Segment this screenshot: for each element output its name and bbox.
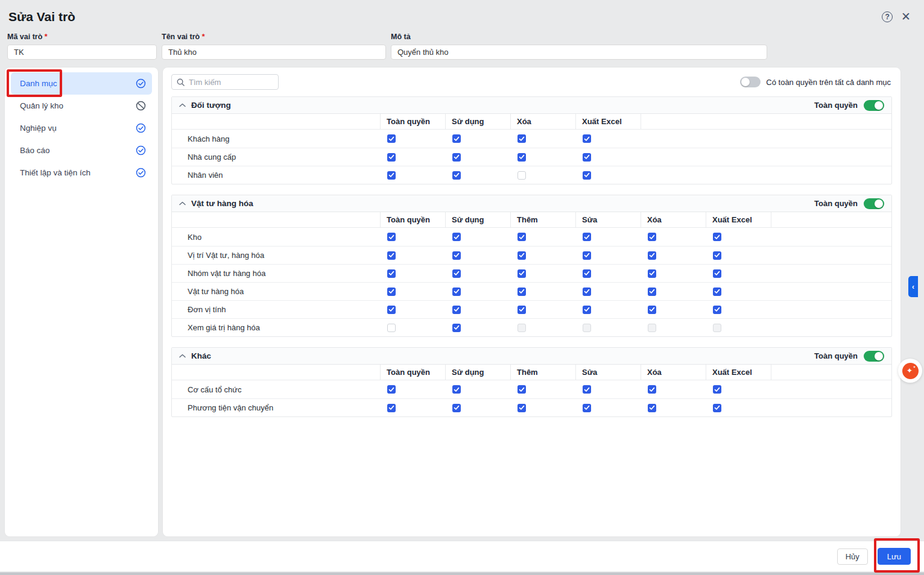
- permission-checkbox[interactable]: [452, 269, 461, 278]
- assistant-button[interactable]: ✦ ✦: [902, 363, 919, 379]
- permission-checkbox[interactable]: [452, 171, 461, 180]
- permission-checkbox[interactable]: [713, 233, 721, 241]
- permission-checkbox[interactable]: [452, 324, 461, 332]
- permission-checkbox[interactable]: [387, 288, 396, 296]
- permission-checkbox[interactable]: [517, 288, 526, 296]
- row-name: Nhà cung cấp: [172, 152, 380, 162]
- permission-checkbox[interactable]: [583, 288, 591, 296]
- permission-checkbox[interactable]: [648, 306, 656, 314]
- master-permission-toggle[interactable]: [740, 77, 761, 87]
- horizontal-scrollbar[interactable]: [0, 572, 924, 575]
- column-header-row: Toàn quyềnSử dụngThêmSửaXóaXuất Excel: [172, 212, 891, 228]
- section-header[interactable]: KhácToàn quyền: [172, 348, 891, 365]
- permission-checkbox[interactable]: [648, 288, 656, 296]
- section-header[interactable]: Đối tượngToàn quyền: [172, 97, 891, 114]
- table-row: Cơ cấu tổ chức: [172, 380, 891, 398]
- column-header-row: Toàn quyềnSử dụngThêmSửaXóaXuất Excel: [172, 365, 891, 380]
- page-title: Sửa Vai trò: [8, 10, 75, 24]
- permission-checkbox[interactable]: [387, 324, 396, 332]
- permission-checkbox[interactable]: [648, 404, 656, 412]
- permission-checkbox[interactable]: [648, 269, 656, 278]
- sidebar-item-thiet-lap-tien-ich[interactable]: Thiết lập và tiện ích: [11, 162, 152, 184]
- permission-checkbox[interactable]: [713, 385, 721, 394]
- permission-checkbox[interactable]: [517, 385, 526, 394]
- permission-checkbox[interactable]: [713, 306, 721, 314]
- table-row: Vật tư hàng hóa: [172, 282, 891, 300]
- permission-checkbox[interactable]: [387, 251, 396, 260]
- permission-checkbox[interactable]: [452, 251, 461, 260]
- permission-checkbox[interactable]: [387, 404, 396, 412]
- table-row: Khách hàng: [172, 130, 891, 148]
- permission-checkbox[interactable]: [583, 251, 591, 260]
- permission-checkbox[interactable]: [452, 404, 461, 412]
- permission-checkbox[interactable]: [648, 251, 656, 260]
- cancel-button[interactable]: Hủy: [837, 548, 868, 565]
- permission-checkbox[interactable]: [583, 171, 591, 180]
- permission-checkbox[interactable]: [583, 404, 591, 412]
- field-input-mo-ta[interactable]: [391, 45, 767, 60]
- permission-checkbox[interactable]: [387, 171, 396, 180]
- permission-checkbox[interactable]: [583, 385, 591, 394]
- permission-checkbox[interactable]: [387, 385, 396, 394]
- search-box[interactable]: [171, 74, 279, 90]
- permission-checkbox[interactable]: [583, 306, 591, 314]
- permission-checkbox[interactable]: [517, 404, 526, 412]
- sidebar-item-quan-ly-kho[interactable]: Quản lý kho: [11, 95, 152, 117]
- permission-checkbox[interactable]: [713, 251, 721, 260]
- permission-checkbox[interactable]: [517, 233, 526, 241]
- collapse-chevron-icon[interactable]: [179, 103, 186, 107]
- field-input-ma-vai-tro[interactable]: [7, 45, 157, 60]
- column-header: Sử dụng: [445, 114, 510, 129]
- permission-checkbox[interactable]: [648, 385, 656, 394]
- permission-checkbox[interactable]: [452, 385, 461, 394]
- permission-checkbox[interactable]: [452, 306, 461, 314]
- permission-checkbox[interactable]: [387, 306, 396, 314]
- permission-checkbox[interactable]: [517, 134, 526, 143]
- permission-checkbox[interactable]: [517, 269, 526, 278]
- permission-checkbox[interactable]: [452, 134, 461, 143]
- section-full-permission-toggle[interactable]: [864, 100, 884, 111]
- field-input-ten-vai-tro[interactable]: [162, 45, 386, 60]
- collapse-chevron-icon[interactable]: [179, 354, 186, 358]
- collapse-panel-tab[interactable]: ‹: [908, 276, 918, 297]
- permission-checkbox[interactable]: [713, 269, 721, 278]
- permission-section-2: Vật tư hàng hóaToàn quyềnToàn quyềnSử dụ…: [171, 195, 892, 337]
- permission-checkbox[interactable]: [452, 288, 461, 296]
- permission-checkbox[interactable]: [713, 404, 721, 412]
- sidebar-item-bao-cao[interactable]: Báo cáo: [11, 139, 152, 162]
- permission-checkbox[interactable]: [452, 233, 461, 241]
- permission-checkbox[interactable]: [648, 233, 656, 241]
- close-icon[interactable]: ✕: [901, 11, 911, 22]
- permission-checkbox[interactable]: [583, 269, 591, 278]
- permission-checkbox[interactable]: [387, 153, 396, 162]
- permission-checkbox[interactable]: [713, 288, 721, 296]
- permission-checkbox[interactable]: [452, 153, 461, 162]
- column-header: Thêm: [510, 365, 575, 380]
- section-full-permission-toggle[interactable]: [864, 198, 884, 209]
- collapse-chevron-icon[interactable]: [179, 201, 186, 206]
- save-button[interactable]: Lưu: [878, 548, 911, 565]
- permission-checkbox[interactable]: [517, 251, 526, 260]
- permission-checkbox[interactable]: [517, 153, 526, 162]
- permission-checkbox[interactable]: [387, 134, 396, 143]
- permission-checkbox[interactable]: [517, 306, 526, 314]
- sidebar-item-danh-muc[interactable]: Danh mục: [11, 72, 152, 95]
- search-input[interactable]: [189, 78, 273, 87]
- column-header: Sử dụng: [445, 212, 510, 227]
- section-full-permission-toggle[interactable]: [864, 351, 884, 362]
- permission-checkbox[interactable]: [387, 233, 396, 241]
- permissions-toolbar: Có toàn quyền trên tất cả danh mục: [163, 68, 900, 96]
- column-header: Xuất Excel: [706, 212, 771, 227]
- permission-checkbox[interactable]: [583, 134, 591, 143]
- row-name: Xem giá trị hàng hóa: [172, 323, 380, 332]
- sidebar-item-nghiep-vu[interactable]: Nghiệp vụ: [11, 117, 152, 139]
- column-header: Sửa: [575, 365, 641, 380]
- section-header[interactable]: Vật tư hàng hóaToàn quyền: [172, 195, 891, 212]
- permission-checkbox[interactable]: [387, 269, 396, 278]
- permissions-panel: Có toàn quyền trên tất cả danh mục Đối t…: [163, 68, 900, 536]
- permission-checkbox[interactable]: [583, 153, 591, 162]
- help-icon[interactable]: ?: [882, 11, 893, 22]
- permission-checkbox[interactable]: [583, 233, 591, 241]
- permission-checkbox[interactable]: [517, 171, 526, 180]
- permission-checkbox: [517, 324, 526, 332]
